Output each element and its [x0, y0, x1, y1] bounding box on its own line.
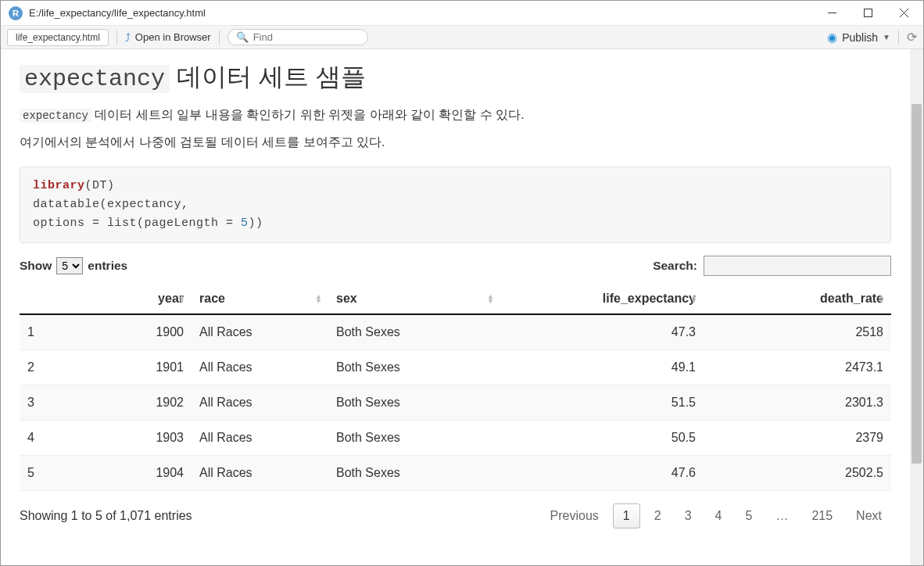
col-index[interactable] — [20, 284, 66, 314]
open-in-browser-button[interactable]: ⤴ Open in Browser — [125, 31, 211, 44]
maximize-button[interactable] — [850, 2, 886, 25]
col-sex-label: sex — [336, 292, 357, 305]
cell-death-rate: 2518 — [704, 314, 891, 350]
cell-life-expectancy: 47.6 — [500, 455, 704, 490]
table-row: 21901All RacesBoth Sexes49.12473.1 — [20, 349, 891, 385]
app-icon: R — [9, 6, 23, 20]
sort-icon: ▲▼ — [487, 294, 494, 303]
pager-page-3[interactable]: 3 — [675, 504, 701, 528]
browser-icon: ⤴ — [125, 31, 131, 44]
pagination: Previous12345…215Next — [541, 503, 891, 528]
cell-year: 1903 — [66, 420, 192, 455]
cell-death-rate: 2473.1 — [704, 349, 891, 385]
data-table: year▲▼ race▲▼ sex▲▼ life_expectancy▲▼ de… — [20, 284, 891, 491]
publish-label: Publish — [842, 31, 878, 44]
cell-death-rate: 2379 — [704, 420, 891, 455]
table-row: 41903All RacesBoth Sexes50.52379 — [20, 420, 891, 455]
publish-button[interactable]: ◉ Publish ▼ — [827, 30, 890, 45]
col-death-rate[interactable]: death_rate▲▼ — [704, 284, 891, 314]
divider — [898, 30, 899, 45]
code-line3a: options = list(pageLength = — [33, 217, 241, 230]
show-label: Show — [20, 259, 52, 273]
cell-life-expectancy: 47.3 — [500, 314, 704, 350]
datatable-controls: Show 5 entries Search: — [20, 256, 891, 276]
window: R E:/life_expectancy/life_expectancy.htm… — [0, 0, 924, 566]
code-block: library(DT) datatable(expectancy, option… — [20, 167, 891, 243]
cell-race: All Races — [192, 420, 328, 455]
find-box[interactable]: 🔍 — [227, 29, 368, 45]
content-area: expectancy 데이터 세트 샘플 expectancy 데이터 세트의 … — [1, 49, 923, 565]
col-race-label: race — [199, 292, 225, 305]
cell-life-expectancy: 51.5 — [500, 385, 704, 420]
search-input[interactable] — [704, 256, 891, 276]
svg-rect-1 — [864, 9, 872, 17]
cell-year: 1901 — [66, 349, 192, 385]
refresh-button[interactable]: ⟳ — [907, 30, 917, 45]
titlebar: R E:/life_expectancy/life_expectancy.htm… — [1, 1, 923, 26]
sort-icon: ▲▼ — [690, 294, 697, 303]
cell-year: 1902 — [66, 385, 192, 420]
page-length-select[interactable]: 5 — [56, 257, 83, 274]
find-input[interactable] — [253, 31, 360, 43]
col-sex[interactable]: sex▲▼ — [328, 284, 500, 314]
page-title: expectancy 데이터 세트 샘플 — [20, 60, 891, 95]
code-number: 5 — [241, 217, 249, 230]
cell-sex: Both Sexes — [328, 314, 500, 350]
close-button[interactable] — [886, 2, 922, 25]
cell-sex: Both Sexes — [328, 385, 500, 420]
divider — [116, 30, 117, 45]
toolbar: life_expectancy.html ⤴ Open in Browser 🔍… — [1, 26, 923, 49]
col-year[interactable]: year▲▼ — [66, 284, 192, 314]
cell-sex: Both Sexes — [328, 455, 500, 490]
pager-page-1[interactable]: 1 — [613, 503, 640, 528]
cell-year: 1904 — [66, 455, 192, 490]
cell-index: 1 — [20, 314, 66, 350]
pager-page-215[interactable]: 215 — [802, 504, 842, 528]
cell-life-expectancy: 49.1 — [500, 349, 704, 385]
cell-race: All Races — [192, 455, 328, 490]
cell-life-expectancy: 50.5 — [500, 420, 704, 455]
code-keyword: library — [33, 179, 85, 192]
pager-page-5[interactable]: 5 — [736, 504, 761, 528]
pager-next[interactable]: Next — [847, 504, 891, 528]
cell-index: 2 — [20, 349, 66, 385]
table-row: 31902All RacesBoth Sexes51.52301.3 — [20, 385, 891, 420]
col-dr-label: death_rate — [820, 292, 883, 305]
cell-year: 1900 — [66, 314, 192, 350]
minimize-button[interactable] — [814, 2, 850, 25]
pager-ellipsis[interactable]: … — [766, 504, 797, 528]
cell-index: 5 — [20, 455, 66, 490]
title-text: 데이터 세트 샘플 — [170, 63, 366, 91]
cell-index: 4 — [20, 420, 66, 455]
pager-page-2[interactable]: 2 — [645, 504, 671, 528]
table-row: 51904All RacesBoth Sexes47.62502.5 — [20, 455, 891, 490]
window-controls — [814, 2, 922, 25]
pager-page-4[interactable]: 4 — [706, 504, 732, 528]
file-tab[interactable]: life_expectancy.html — [7, 29, 109, 46]
cell-race: All Races — [192, 385, 328, 420]
pager-previous[interactable]: Previous — [541, 504, 608, 528]
window-title: E:/life_expectancy/life_expectancy.html — [29, 7, 814, 19]
scrollbar-thumb[interactable] — [911, 104, 922, 464]
intro-paragraph-2: 여기에서의 분석에서 나중에 검토될 데이터 세트를 보여주고 있다. — [20, 133, 891, 152]
entries-label: entries — [88, 259, 127, 273]
cell-index: 3 — [20, 385, 66, 420]
header-row: year▲▼ race▲▼ sex▲▼ life_expectancy▲▼ de… — [20, 284, 891, 314]
publish-icon: ◉ — [827, 30, 837, 45]
cell-sex: Both Sexes — [328, 420, 500, 455]
sort-icon: ▲▼ — [878, 294, 885, 303]
cell-race: All Races — [192, 314, 328, 350]
intro-paragraph-1: expectancy 데이터 세트의 일부 내용을 확인하기 위한 위젯을 아래… — [20, 106, 891, 125]
vertical-scrollbar[interactable] — [910, 49, 923, 565]
intro-text-1: 데이터 세트의 일부 내용을 확인하기 위한 위젯을 아래와 같이 확인할 수 … — [91, 108, 525, 121]
search-icon: 🔍 — [236, 31, 249, 43]
code-line1-rest: (DT) — [85, 179, 115, 192]
code-line3b: )) — [249, 217, 263, 230]
divider — [219, 30, 220, 45]
cell-death-rate: 2301.3 — [704, 385, 891, 420]
col-life-expectancy[interactable]: life_expectancy▲▼ — [500, 284, 704, 314]
col-race[interactable]: race▲▼ — [192, 284, 328, 314]
datatable-footer: Showing 1 to 5 of 1,071 entries Previous… — [20, 503, 891, 528]
open-in-browser-label: Open in Browser — [135, 31, 211, 43]
intro-code: expectancy — [20, 109, 91, 123]
